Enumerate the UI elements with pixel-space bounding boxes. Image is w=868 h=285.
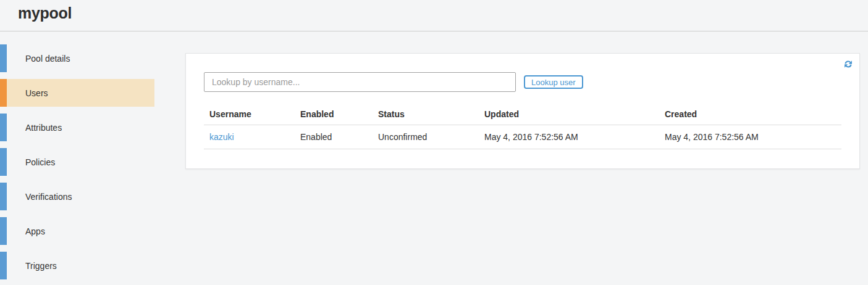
column-header-enabled: Enabled: [295, 106, 373, 125]
column-header-username: Username: [204, 106, 295, 125]
column-header-updated: Updated: [479, 106, 659, 125]
sidebar-item-label: Users: [0, 88, 48, 98]
sidebar-item-label: Attributes: [0, 123, 62, 133]
users-table-header: Username Enabled Status Updated Created: [204, 106, 841, 125]
lookup-user-button[interactable]: Lookup user: [524, 75, 583, 89]
column-header-created: Created: [659, 106, 841, 125]
sidebar-item-triggers[interactable]: Triggers: [0, 252, 154, 279]
cell-updated: May 4, 2016 7:52:56 AM: [479, 125, 659, 149]
users-panel: Lookup user Username Enabled Status Upda…: [185, 53, 860, 169]
username-lookup-input[interactable]: [204, 72, 516, 92]
cell-created: May 4, 2016 7:52:56 AM: [659, 125, 841, 149]
cell-username: kazuki: [204, 125, 295, 149]
sidebar-item-label: Policies: [0, 157, 55, 167]
page-title: mypool: [18, 4, 72, 22]
sidebar-item-label: Apps: [0, 226, 45, 236]
username-link[interactable]: kazuki: [209, 132, 234, 142]
sidebar-item-attributes[interactable]: Attributes: [0, 114, 154, 141]
sidebar-item-users[interactable]: Users: [0, 79, 154, 107]
sidebar-item-label: Triggers: [0, 261, 57, 271]
cell-status: Unconfirmed: [373, 125, 479, 149]
refresh-icon: [843, 59, 853, 69]
sidebar-item-policies[interactable]: Policies: [0, 148, 154, 176]
table-header-row: Username Enabled Status Updated Created: [204, 106, 841, 125]
users-table-body: kazuki Enabled Unconfirmed May 4, 2016 7…: [204, 125, 841, 149]
table-row: kazuki Enabled Unconfirmed May 4, 2016 7…: [204, 125, 841, 149]
sidebar-item-label: Pool details: [0, 54, 70, 64]
sidebar-item-verifications[interactable]: Verifications: [0, 183, 154, 210]
lookup-toolbar: Lookup user: [204, 72, 583, 92]
sidebar-item-label: Verifications: [0, 192, 72, 202]
sidebar: Pool details Users Attributes Policies V…: [0, 44, 154, 285]
refresh-button[interactable]: [843, 59, 854, 70]
users-table: Username Enabled Status Updated Created …: [204, 106, 841, 149]
column-header-status: Status: [373, 106, 479, 125]
sidebar-item-pool-details[interactable]: Pool details: [0, 44, 154, 72]
app-header: mypool: [0, 0, 868, 31]
cell-enabled: Enabled: [295, 125, 373, 149]
sidebar-item-apps[interactable]: Apps: [0, 217, 154, 245]
